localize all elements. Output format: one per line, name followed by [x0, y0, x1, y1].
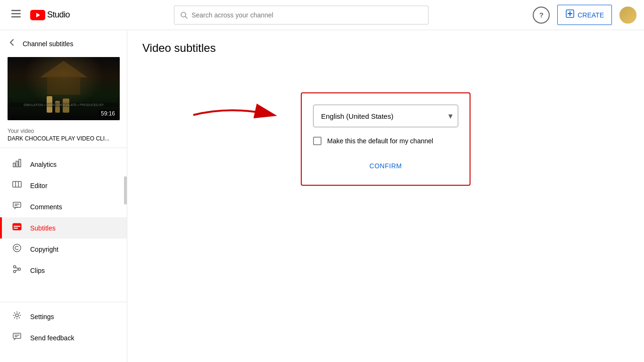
- comments-icon: [11, 201, 23, 213]
- svg-point-28: [16, 314, 18, 317]
- youtube-studio-logo[interactable]: Studio: [30, 10, 70, 20]
- language-select[interactable]: English (United States) Spanish French G…: [313, 105, 458, 127]
- sidebar-scroll-indicator: [124, 176, 127, 205]
- feedback-icon: [11, 332, 23, 344]
- sidebar-item-feedback[interactable]: Send feedback: [0, 327, 127, 348]
- back-arrow-icon: [8, 38, 17, 49]
- svg-rect-0: [11, 10, 21, 11]
- confirm-section: CONFIRM: [313, 155, 458, 173]
- header-right: ? CREATE: [533, 5, 636, 25]
- language-dialog: English (United States) Spanish French G…: [301, 92, 471, 186]
- video-duration: 59:16: [99, 110, 117, 117]
- video-info: Your video DARK CHOCOLATE PLAY VIDEO CLI…: [0, 124, 127, 144]
- back-label: Channel subtitles: [23, 40, 73, 48]
- sidebar-item-editor[interactable]: Editor: [0, 175, 127, 196]
- clips-icon: [11, 264, 23, 276]
- header: Studio ? CREATE: [0, 0, 644, 30]
- hut-roof: [40, 61, 87, 77]
- svg-rect-11: [16, 161, 18, 167]
- studio-label: Studio: [47, 10, 70, 20]
- menu-icon[interactable]: [8, 5, 25, 25]
- layout: Channel subtitles SIMULATION • DARK CHOC…: [0, 30, 644, 362]
- settings-icon: [11, 311, 23, 322]
- main-content: Video subtitles English (United States) …: [127, 30, 644, 362]
- sidebar-item-subtitles[interactable]: Subtitles: [0, 217, 127, 239]
- sidebar-item-analytics[interactable]: Analytics: [0, 154, 127, 175]
- page-title: Video subtitles: [142, 41, 629, 55]
- settings-label: Settings: [30, 313, 54, 321]
- search-input[interactable]: [191, 11, 422, 19]
- sidebar: Channel subtitles SIMULATION • DARK CHOC…: [0, 30, 127, 362]
- avatar-image: [619, 7, 636, 24]
- copyright-icon: [11, 243, 23, 255]
- svg-line-27: [16, 270, 18, 271]
- search-icon: [180, 11, 188, 19]
- header-left: Studio: [8, 5, 70, 25]
- subtitles-label: Subtitles: [30, 224, 56, 232]
- sidebar-item-copyright[interactable]: Copyright: [0, 239, 127, 260]
- sidebar-item-clips[interactable]: Clips: [0, 260, 127, 281]
- default-channel-checkbox[interactable]: [313, 137, 322, 145]
- analytics-label: Analytics: [30, 161, 57, 168]
- svg-rect-1: [11, 13, 21, 15]
- analytics-icon: [11, 158, 23, 170]
- svg-point-22: [13, 244, 21, 252]
- clips-label: Clips: [30, 267, 45, 274]
- svg-rect-2: [11, 16, 21, 18]
- create-button[interactable]: CREATE: [557, 5, 612, 25]
- confirm-button[interactable]: CONFIRM: [362, 158, 410, 173]
- checkbox-label: Make this the default for my channel: [327, 137, 433, 145]
- sidebar-bottom: Settings Send feedback: [0, 302, 127, 348]
- search-container: [89, 6, 514, 25]
- svg-point-25: [18, 268, 21, 271]
- svg-rect-16: [13, 202, 21, 207]
- avatar[interactable]: [619, 7, 636, 24]
- checkbox-row: Make this the default for my channel: [313, 137, 458, 145]
- your-video-label: Your video: [8, 128, 119, 134]
- language-select-wrapper: English (United States) Spanish French G…: [313, 105, 458, 127]
- feedback-label: Send feedback: [30, 334, 74, 342]
- copyright-label: Copyright: [30, 246, 58, 253]
- editor-icon: [11, 180, 23, 191]
- subtitles-icon: [11, 222, 23, 234]
- svg-line-26: [16, 268, 18, 269]
- create-plus-icon: [565, 9, 575, 21]
- back-navigation[interactable]: Channel subtitles: [0, 30, 127, 53]
- video-thumbnail: SIMULATION • DARK CHOCOLATE • PRODUCED B…: [8, 57, 120, 120]
- hut-body: [47, 76, 80, 95]
- svg-rect-12: [19, 159, 21, 167]
- sidebar-item-settings[interactable]: Settings: [0, 306, 127, 327]
- svg-rect-13: [13, 181, 21, 187]
- svg-rect-29: [13, 333, 21, 338]
- create-label: CREATE: [578, 11, 604, 19]
- comments-label: Comments: [30, 203, 62, 211]
- svg-line-6: [185, 16, 187, 18]
- sidebar-divider: [0, 148, 127, 148]
- editor-label: Editor: [30, 182, 48, 189]
- sidebar-nav: Analytics Editor: [0, 152, 127, 283]
- sidebar-item-comments[interactable]: Comments: [0, 196, 127, 217]
- svg-rect-10: [13, 163, 15, 167]
- search-bar: [174, 6, 429, 25]
- svg-point-24: [14, 271, 16, 273]
- help-button[interactable]: ?: [533, 7, 550, 24]
- svg-point-23: [14, 266, 16, 268]
- video-title: DARK CHOCOLATE PLAY VIDEO CLI...: [8, 135, 119, 142]
- video-thumbnail-container[interactable]: SIMULATION • DARK CHOCOLATE • PRODUCED B…: [8, 57, 119, 120]
